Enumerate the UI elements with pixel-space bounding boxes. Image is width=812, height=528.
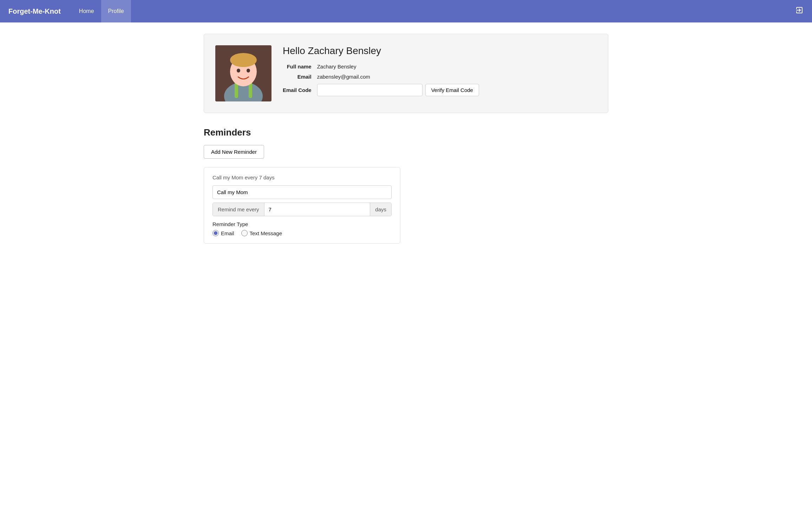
remind-every-label: Remind me every [213,203,264,216]
email-code-row: Verify Email Code [317,84,597,96]
email-code-label: Email Code [283,87,312,93]
full-name-value: Zachary Bensley [317,64,597,70]
logout-icon[interactable] [795,6,804,16]
nav-links: Home Profile [72,0,131,22]
reminder-summary: Call my Mom every 7 days [212,174,392,180]
profile-card: Hello Zachary Bensley Full name Zachary … [204,34,608,113]
reminders-title: Reminders [204,127,608,138]
svg-point-6 [237,69,240,73]
radio-text-label: Text Message [250,230,282,236]
reminder-type-radio-group: Email Text Message [212,230,392,236]
main-content: Hello Zachary Bensley Full name Zachary … [195,22,617,255]
profile-info: Hello Zachary Bensley Full name Zachary … [283,45,597,96]
remind-days-input[interactable] [264,203,370,216]
nav-home[interactable]: Home [72,0,101,22]
email-label: Email [283,74,312,80]
add-reminder-button[interactable]: Add New Reminder [204,145,264,159]
email-code-input[interactable] [317,84,423,96]
svg-point-5 [230,53,257,67]
verify-email-button[interactable]: Verify Email Code [425,84,479,96]
radio-email-label: Email [221,230,234,236]
remind-row: Remind me every days [212,203,392,216]
navbar: Forget-Me-Knot Home Profile [0,0,812,22]
reminder-type-label: Reminder Type [212,221,392,227]
reminder-card: Call my Mom every 7 days Remind me every… [204,167,400,244]
reminder-name-input[interactable] [212,185,392,199]
email-value: zabensley@gmail.com [317,74,597,80]
radio-text[interactable] [241,230,248,236]
app-brand: Forget-Me-Knot [8,7,61,15]
profile-fields: Full name Zachary Bensley Email zabensle… [283,64,597,96]
svg-point-7 [247,69,250,73]
radio-text-option[interactable]: Text Message [241,230,282,236]
radio-email[interactable] [212,230,219,236]
days-suffix: days [370,203,391,216]
full-name-label: Full name [283,64,312,70]
nav-profile[interactable]: Profile [101,0,131,22]
radio-email-option[interactable]: Email [212,230,234,236]
profile-greeting: Hello Zachary Bensley [283,45,597,57]
avatar [215,45,271,101]
reminders-section: Reminders Add New Reminder Call my Mom e… [204,127,608,244]
